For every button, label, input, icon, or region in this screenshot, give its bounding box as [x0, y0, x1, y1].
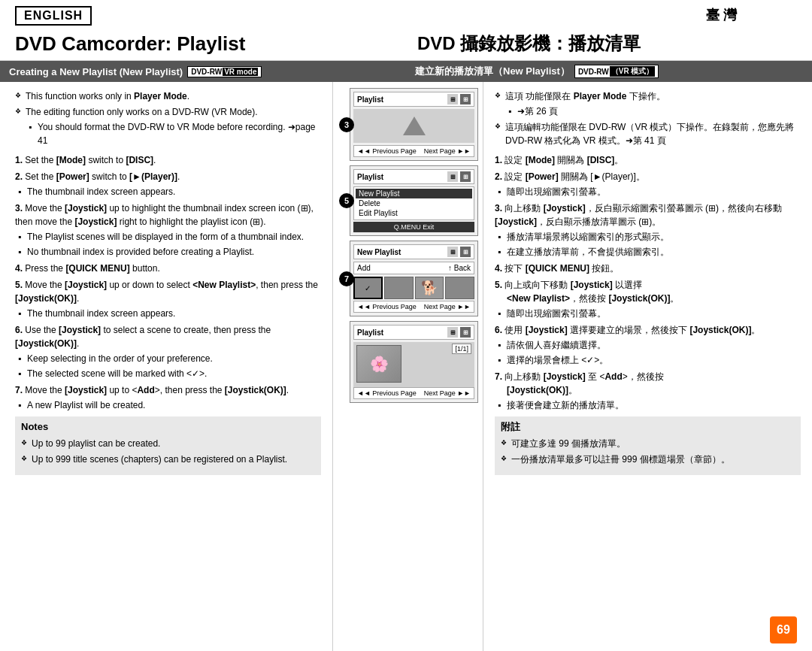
screen-icon-pb-1: ⊞: [447, 327, 458, 338]
screen-frame-3: Playlist ⊞ ⊞ ◄◄ Previous Page Next Page …: [350, 88, 478, 161]
screen-icon-1: ⊞: [447, 94, 458, 104]
page-container: ENGLISH 臺 灣 DVD Camcorder: Playlist DVD …: [0, 0, 812, 651]
step-3-sub2: No thumbnail index is provided before cr…: [15, 245, 321, 259]
screen-frame-pb: Playlist ⊞ ⊞ [1/1] 🌸 ◄◄ Previous Page Ne…: [350, 321, 478, 403]
dvd-badge-en: DVD-RWVR mode: [187, 66, 262, 77]
thumbnails-row: ✓ 🐕: [353, 277, 474, 299]
right-step-1: 1. 設定 [Mode] 開關為 [DISC]。: [495, 153, 801, 167]
thumb-1: ✓: [353, 277, 383, 299]
section-header-en: Creating a New Playlist (New Playlist) D…: [0, 61, 406, 82]
dvd-badge-cn: DVD-RW（VR 模式）: [574, 65, 659, 78]
screen-playlist-bottom: Playlist ⊞ ⊞ [1/1] 🌸 ◄◄ Previous Page Ne…: [350, 321, 478, 403]
screen-title-bar-7: New Playlist ⊞ ⊞: [353, 244, 474, 259]
right-step-7-sub: 接著便會建立新的播放清單。: [495, 398, 801, 412]
step-3: 3. Move the [Joystick] up to highlight t…: [15, 201, 321, 259]
section-header-cn: 建立新的播放清單（New Playlist） DVD-RW（VR 模式）: [406, 61, 812, 82]
screen-icons-3: ⊞ ⊞: [447, 94, 471, 104]
add-label: Add: [357, 264, 371, 272]
step-4: 4. Press the [QUICK MENU] button.: [15, 262, 321, 275]
middle-col: 3 Playlist ⊞ ⊞ ◄◄ Previous Page N: [333, 82, 483, 651]
screen-icons-7: ⊞ ⊞: [447, 247, 471, 257]
step-6-sub2: The selected scene will be marked with <…: [15, 367, 321, 380]
menu-item-edit-playlist: Edit Playlist: [356, 208, 472, 218]
screen-nav-pb: ◄◄ Previous Page Next Page ►►: [353, 387, 474, 399]
prev-page-7: ◄◄ Previous Page: [357, 303, 417, 310]
step-3-sub1: The Playlist scenes will be displayed in…: [15, 230, 321, 244]
notes-box: Notes Up to 99 playlist can be created. …: [15, 416, 321, 475]
main-content: This function works only in Player Mode.…: [0, 82, 812, 651]
screen-title-bar-5: Playlist ⊞ ⊞: [353, 169, 474, 184]
screen-icon-2: ⊞: [460, 94, 471, 104]
right-step-4: 4. 按下 [QUICK MENU] 按鈕。: [495, 262, 801, 275]
step-7-sub: A new Playlist will be created.: [15, 398, 321, 412]
step-2: 2. Set the [Power] switch to [►(Player)]…: [15, 170, 321, 198]
right-steps-list: 1. 設定 [Mode] 開關為 [DISC]。 2. 設定 [Power] 開…: [495, 153, 801, 412]
screen-title-pb: Playlist: [357, 329, 383, 337]
screen-nav-3: ◄◄ Previous Page Next Page ►►: [353, 145, 474, 157]
thumb-3: 🐕: [415, 277, 444, 299]
screen-frame-7: New Playlist ⊞ ⊞ Add ↑ Back ✓: [350, 241, 478, 316]
header: ENGLISH 臺 灣: [0, 0, 812, 29]
qmenu-bar: Q.MENU Exit: [353, 222, 474, 232]
screen-title-bar-pb: Playlist ⊞ ⊞: [353, 325, 474, 340]
notes-title-cn: 附註: [501, 419, 795, 435]
screen-content-3: [353, 109, 474, 143]
screen-icon-7-2: ⊞: [460, 247, 471, 257]
right-step-5: 5. 向上或向下移動 [Joystick] 以選擇 <New Playlist>…: [495, 278, 801, 320]
note-2: Up to 999 title scenes (chapters) can be…: [21, 453, 315, 466]
section-header: Creating a New Playlist (New Playlist) D…: [0, 61, 812, 82]
bullet-2-sub: You should format the DVD-RW to VR Mode …: [26, 120, 321, 147]
right-bullets: 這項 功能僅限在 Player Mode 下操作。 ➜第 26 頁 這項編輯功能…: [495, 89, 801, 147]
step-1: 1. Set the [Mode] switch to [DISC].: [15, 153, 321, 167]
right-step-5-sub: 隨即出現縮圖索引螢幕。: [495, 307, 801, 320]
right-bullet-1: 這項 功能僅限在 Player Mode 下操作。 ➜第 26 頁: [495, 89, 801, 118]
note-1: Up to 99 playlist can be created.: [21, 437, 315, 450]
step-6: 6. Use the [Joystick] to select a scene …: [15, 323, 321, 380]
right-step-2: 2. 設定 [Power] 開關為 [►(Player)]。 隨即出現縮圖索引螢…: [495, 170, 801, 198]
screen-icons-pb: ⊞ ⊞: [447, 327, 471, 338]
notes-title: Notes: [21, 419, 315, 435]
next-page-3: Next Page ►►: [424, 147, 471, 155]
bullet-1: This function works only in Player Mode.: [15, 89, 321, 103]
notes-list: Up to 99 playlist can be created. Up to …: [21, 437, 315, 466]
steps-list: 1. Set the [Mode] switch to [DISC]. 2. S…: [15, 153, 321, 412]
thumb-2: [384, 277, 414, 299]
screen-frame-5: Playlist ⊞ ⊞ New Playlist Delete Edit Pl…: [350, 165, 478, 236]
back-label: ↑ Back: [448, 264, 471, 272]
right-bullet-1-sub: ➜第 26 頁: [505, 104, 801, 118]
menu-item-new-playlist: New Playlist: [356, 189, 472, 198]
step-5: 5. Move the [Joystick] up or down to sel…: [15, 278, 321, 320]
playlist-bottom-content: [1/1] 🌸: [353, 342, 474, 387]
right-step-6-sub1: 請依個人喜好繼續選擇。: [495, 338, 801, 352]
step-circle-3: 3: [339, 117, 354, 132]
add-back-bar: Add ↑ Back: [353, 262, 474, 274]
screen-icon-5-2: ⊞: [460, 171, 471, 182]
screen-3: 3 Playlist ⊞ ⊞ ◄◄ Previous Page N: [350, 88, 478, 161]
next-page-pb: Next Page ►►: [424, 389, 471, 397]
step-circle-5: 5: [339, 193, 354, 208]
screen-nav-7: ◄◄ Previous Page Next Page ►►: [353, 301, 474, 313]
step-7: 7. Move the [Joystick] up to <Add>, then…: [15, 383, 321, 412]
cn-note-2: 一份播放清單最多可以註冊 999 個標題場景（章節）。: [501, 453, 795, 466]
screen-icon-5-1: ⊞: [447, 171, 458, 182]
right-step-3-sub1: 播放清單場景將以縮圖索引的形式顯示。: [495, 230, 801, 244]
step-2-sub: The thumbnail index screen appears.: [15, 185, 321, 198]
screen-icon-pb-2: ⊞: [460, 327, 471, 338]
screen-title-bar-3: Playlist ⊞ ⊞: [353, 92, 474, 107]
screen-5: 5 Playlist ⊞ ⊞ New Playlist Delete Edit …: [350, 165, 478, 236]
prev-page-3: ◄◄ Previous Page: [357, 147, 417, 155]
step-circle-7: 7: [339, 271, 354, 286]
triangle-up: [403, 117, 426, 135]
screen-7: 7 New Playlist ⊞ ⊞ Add ↑ Back: [350, 241, 478, 316]
section-header-cn-text: 建立新的播放清單（New Playlist）: [415, 65, 570, 78]
screen-title-7: New Playlist: [357, 248, 401, 256]
right-step-3: 3. 向上移動 [Joystick]，反白顯示縮圖索引螢幕圖示 (⊞)，然後向右…: [495, 201, 801, 259]
screen-icon-7-1: ⊞: [447, 247, 458, 257]
left-bullets: This function works only in Player Mode.…: [15, 89, 321, 147]
menu-items-5: New Playlist Delete Edit Playlist: [353, 186, 474, 220]
right-step-7: 7. 向上移動 [Joystick] 至 <Add>，然後按 [Joystick…: [495, 370, 801, 412]
step-6-sub1: Keep selecting in the order of your pref…: [15, 352, 321, 365]
left-col: This function works only in Player Mode.…: [0, 82, 333, 651]
prev-page-pb: ◄◄ Previous Page: [357, 389, 417, 397]
title-row: DVD Camcorder: Playlist DVD 攝錄放影機：播放清單: [0, 29, 812, 61]
